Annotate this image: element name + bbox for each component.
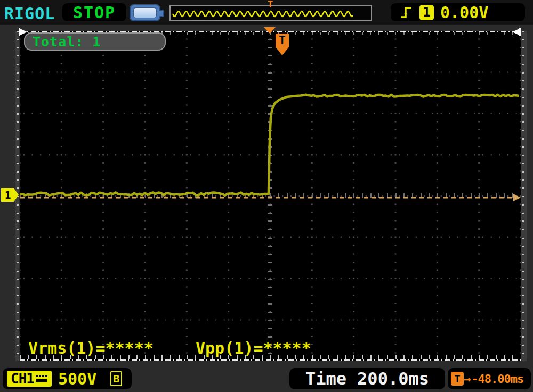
trigger-source-badge: 1 [419, 5, 434, 20]
rising-edge-icon [399, 5, 413, 19]
channel1-name: CH1 [11, 371, 34, 387]
dc-coupling-icon [35, 373, 48, 384]
bandwidth-limit-badge: B [110, 371, 122, 386]
measurement-vpp-equals: = [253, 339, 263, 357]
trigger-level-readout: 0.00V [440, 3, 488, 22]
measurement-vrms-label: Vrms(1) [28, 339, 95, 357]
timebase-value: 200.0ms [357, 369, 429, 389]
measurement-vpp: Vpp(1)=***** [196, 339, 311, 357]
timebase-label: Time [305, 369, 346, 389]
right-extent-marker [519, 28, 521, 36]
measurement-vrms-equals: = [95, 339, 105, 357]
channel1-waveform [20, 31, 521, 361]
left-extent-marker-arrow [20, 29, 27, 35]
channel1-settings-box[interactable]: CH1 500V B [3, 368, 132, 389]
run-state-indicator[interactable]: STOP [62, 3, 126, 21]
channel1-badge: CH1 [7, 371, 52, 387]
measurement-vrms: Vrms(1)=***** [28, 339, 154, 357]
oscilloscope-screen: RIGOL STOP T 1 0.00V [0, 0, 533, 392]
channel1-scale-readout: 500V [58, 370, 96, 388]
right-extent-marker-arrow [512, 29, 519, 35]
measurement-vpp-label: Vpp(1) [196, 339, 253, 357]
measurement-vpp-value: ***** [263, 339, 311, 357]
memory-trigger-position-marker[interactable]: T [268, 0, 273, 10]
usb-storage-icon [130, 4, 160, 21]
run-state-label: STOP [73, 3, 116, 22]
bottom-status-bar: CH1 500V B Time 200.0ms T → -48.00ms [0, 366, 533, 392]
rigol-logo: RIGOL [4, 4, 55, 23]
trigger-offset-box[interactable]: T → -48.00ms [448, 368, 531, 389]
waveform-display-area: Total: 1 T Vrms(1)=***** Vpp(1)=***** [20, 31, 521, 361]
usb-storage-icon-plug [159, 10, 164, 17]
timebase-box[interactable]: Time 200.0ms [289, 368, 445, 389]
trigger-counter-label: Total: 1 [33, 34, 101, 50]
trigger-offset-icon: T [451, 372, 464, 386]
usb-storage-icon-body [133, 7, 157, 18]
top-status-bar: RIGOL STOP T 1 0.00V [0, 0, 533, 24]
trigger-offset-arrow-icon: → [464, 372, 471, 386]
trigger-settings-box[interactable]: 1 0.00V [391, 3, 525, 21]
measurement-vrms-value: ***** [106, 339, 154, 357]
trigger-offset-value: -48.00ms [471, 372, 523, 386]
right-edge-ticks [522, 31, 524, 361]
trigger-counter-box: Total: 1 [24, 32, 166, 51]
trigger-position-arrow-icon[interactable] [264, 27, 276, 34]
